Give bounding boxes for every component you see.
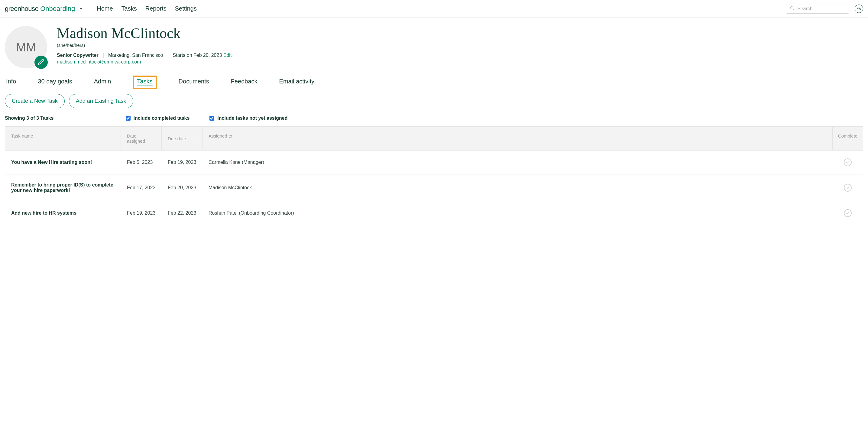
table-row[interactable]: Remember to bring proper ID(S) to comple… — [5, 174, 863, 201]
task-date-assigned: Feb 19, 2023 — [121, 203, 162, 224]
header-complete: Complete — [833, 127, 863, 150]
svg-line-1 — [793, 9, 794, 10]
profile-header: MM Madison McClintock (she/her/hers) Sen… — [5, 26, 863, 68]
edit-avatar-button[interactable] — [34, 56, 48, 69]
task-name: Add new hire to HR systems — [5, 203, 121, 224]
primary-nav: Home Tasks Reports Settings — [97, 5, 197, 12]
task-assigned-to: Carmella Kane (Manager) — [203, 152, 833, 173]
include-completed-checkbox[interactable] — [126, 116, 130, 121]
profile-name: Madison McClintock — [57, 25, 231, 41]
top-nav: greenhouse Onboarding Home Tasks Reports… — [0, 0, 868, 18]
pencil-icon — [38, 58, 44, 66]
logo-onboarding-text: Onboarding — [40, 5, 75, 13]
separator: | — [103, 53, 104, 58]
task-name: Remember to bring proper ID(S) to comple… — [5, 174, 121, 201]
separator: | — [167, 53, 168, 58]
showing-count: Showing 3 of 3 Tasks — [5, 116, 54, 121]
profile-initials: MM — [16, 40, 36, 54]
start-date-text: Starts on Feb 20, 2023 — [173, 53, 222, 58]
chevron-down-icon — [79, 6, 84, 12]
nav-reports[interactable]: Reports — [145, 5, 166, 12]
task-actions: Create a New Task Add an Existing Task — [5, 94, 863, 108]
product-switcher[interactable]: greenhouse Onboarding — [5, 5, 84, 13]
task-name: You have a New Hire starting soon! — [5, 152, 121, 173]
tab-documents[interactable]: Documents — [179, 77, 209, 89]
add-existing-task-button[interactable]: Add an Existing Task — [69, 94, 133, 108]
task-date-assigned: Feb 5, 2023 — [121, 152, 162, 173]
start-date-block: Starts on Feb 20, 2023 Edit — [173, 53, 232, 58]
tab-tasks-highlighted: Tasks — [133, 76, 157, 89]
include-completed-label: Include completed tasks — [133, 116, 190, 121]
header-date-assigned[interactable]: Date assigned — [121, 127, 162, 150]
tasks-table: Task name Date assigned Due date ↑ Assig… — [5, 126, 863, 225]
edit-start-date-link[interactable]: Edit — [223, 53, 232, 58]
profile-meta: Senior Copywriter | Marketing, San Franc… — [57, 53, 231, 58]
include-unassigned-label: Include tasks not yet assigned — [217, 116, 287, 121]
task-filters: Showing 3 of 3 Tasks Include completed t… — [5, 116, 863, 121]
create-task-button[interactable]: Create a New Task — [5, 94, 65, 108]
tab-tasks[interactable]: Tasks — [137, 77, 152, 86]
logo-greenhouse-text: greenhouse — [5, 5, 38, 13]
tab-info[interactable]: Info — [6, 77, 16, 89]
page-content: MM Madison McClintock (she/her/hers) Sen… — [0, 18, 868, 225]
search-input[interactable] — [797, 6, 845, 11]
nav-home[interactable]: Home — [97, 5, 113, 12]
nav-tasks[interactable]: Tasks — [122, 5, 137, 12]
task-due-date: Feb 22, 2023 — [162, 203, 203, 224]
profile-email-link[interactable]: madison.mcclintock@omniva-corp.com — [57, 59, 231, 65]
sort-ascending-icon: ↑ — [194, 136, 196, 141]
nav-settings[interactable]: Settings — [175, 5, 197, 12]
header-due-date[interactable]: Due date ↑ — [162, 127, 203, 150]
header-task-name[interactable]: Task name — [5, 127, 121, 150]
user-avatar[interactable]: YA — [855, 4, 863, 13]
tab-feedback[interactable]: Feedback — [231, 77, 257, 89]
task-complete-cell — [833, 176, 863, 200]
complete-toggle[interactable] — [844, 209, 852, 217]
task-assigned-to: Roshan Patel (Onboarding Coordinator) — [203, 203, 833, 224]
header-assigned-to[interactable]: Assigned to — [203, 127, 833, 150]
tab-email-activity[interactable]: Email activity — [279, 77, 315, 89]
nav-right: YA — [786, 4, 863, 13]
department-location: Marketing, San Francisco — [108, 53, 163, 58]
complete-toggle[interactable] — [844, 158, 852, 166]
tab-goals[interactable]: 30 day goals — [38, 77, 72, 89]
task-complete-cell — [833, 151, 863, 174]
profile-avatar-wrap: MM — [5, 26, 47, 68]
table-row[interactable]: Add new hire to HR systems Feb 19, 2023 … — [5, 201, 863, 225]
include-unassigned-filter[interactable]: Include tasks not yet assigned — [210, 116, 287, 121]
task-due-date: Feb 20, 2023 — [162, 177, 203, 198]
profile-pronouns: (she/her/hers) — [57, 42, 231, 48]
table-header: Task name Date assigned Due date ↑ Assig… — [5, 127, 863, 151]
header-due-date-label: Due date — [168, 136, 186, 141]
include-unassigned-checkbox[interactable] — [210, 116, 214, 121]
tab-admin[interactable]: Admin — [94, 77, 111, 89]
table-row[interactable]: You have a New Hire starting soon! Feb 5… — [5, 151, 863, 174]
complete-toggle[interactable] — [844, 184, 852, 192]
profile-tabs: Info 30 day goals Admin Tasks Documents … — [5, 77, 863, 89]
task-assigned-to: Madison McClintock — [203, 177, 833, 198]
search-box[interactable] — [786, 4, 849, 13]
task-complete-cell — [833, 201, 863, 225]
svg-point-0 — [790, 7, 793, 9]
user-initials: YA — [857, 7, 861, 10]
job-title: Senior Copywriter — [57, 53, 98, 58]
search-icon — [790, 6, 794, 11]
task-due-date: Feb 19, 2023 — [162, 152, 203, 173]
include-completed-filter[interactable]: Include completed tasks — [126, 116, 190, 121]
task-date-assigned: Feb 17, 2023 — [121, 177, 162, 198]
profile-info: Madison McClintock (she/her/hers) Senior… — [57, 26, 231, 65]
